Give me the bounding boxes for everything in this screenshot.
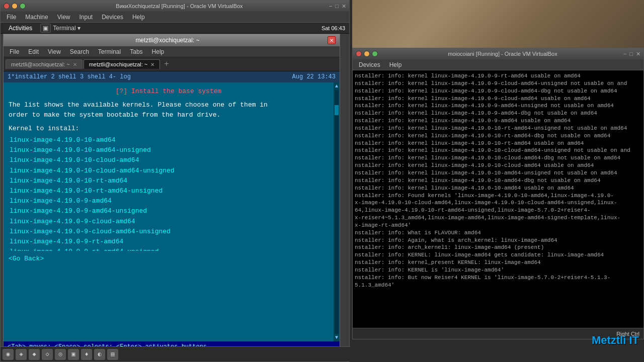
right-maximize-icon[interactable] bbox=[372, 51, 378, 57]
terminal-tab-2[interactable]: metztli@xochiquetzal: ~ ✕ bbox=[84, 59, 160, 69]
log-line: 5.1.3_amd64' bbox=[355, 282, 641, 289]
terminal-app-label[interactable]: ▣ Terminal ▾ bbox=[40, 24, 80, 33]
taskbar-icon-7[interactable]: ♦ bbox=[81, 349, 92, 360]
installer-scrollbar[interactable]: ▲ ▼ bbox=[334, 82, 340, 341]
terminal-tabs-bar: metztli@xochiquetzal: ~ ✕ metztli@xochiq… bbox=[4, 57, 340, 71]
vbox-menubar-right: Devices Help bbox=[353, 59, 643, 70]
log-line: nstaller: info: kernel linux-image-4.19.… bbox=[355, 95, 641, 103]
kernel-item[interactable]: linux-image-4.19.0-9-amd64 bbox=[9, 196, 329, 206]
right-menu-devices[interactable]: Devices bbox=[355, 60, 384, 69]
kernel-item[interactable]: linux-image-4.19.0-10-amd64-unsigned bbox=[9, 145, 329, 155]
log-line: nstaller: info: kernel_present KERNEL: l… bbox=[355, 259, 641, 266]
kernel-item[interactable]: linux-image-4.19.0-10-amd64 bbox=[9, 135, 329, 145]
log-line: nstaller: info: kernel linux-image-4.19.… bbox=[355, 147, 641, 154]
maximize-icon[interactable] bbox=[20, 3, 26, 9]
taskbar-icon-6[interactable]: ▣ bbox=[68, 349, 79, 360]
terminal-menu-file[interactable]: File bbox=[6, 47, 23, 56]
terminal-close-button[interactable]: ✕ bbox=[328, 36, 336, 44]
log-line: nstaller: info: kernel linux-image-4.19.… bbox=[355, 154, 641, 162]
log-line: nstaller: info: But now Reiser4 KERNEL i… bbox=[355, 274, 641, 282]
taskbar-icon-8[interactable]: ◐ bbox=[94, 349, 105, 360]
terminal-status-datetime: Aug 22 13:43 bbox=[292, 73, 336, 80]
terminal-tab-1-close[interactable]: ✕ bbox=[73, 62, 77, 67]
terminal-tab-2-label: metztli@xochiquetzal: ~ bbox=[89, 61, 148, 67]
log-line: nstaller: info: arch_kernel1: linux-imag… bbox=[355, 244, 641, 251]
metztli-watermark: Metztli IT bbox=[592, 334, 639, 347]
kernel-item[interactable]: linux-image-4.19.0-10-rt-amd64 bbox=[9, 176, 329, 186]
terminal-menu-search[interactable]: Search bbox=[66, 47, 93, 56]
vbox-menu-input[interactable]: Input bbox=[75, 13, 97, 22]
terminal-content-area: [?] Install the base system The list sho… bbox=[4, 82, 340, 341]
vbox-titlebar-left: ВикиXochiquetzal [Running] - Oracle VM V… bbox=[1, 1, 349, 12]
installer-desc-line2: order to make the system bootable from t… bbox=[9, 111, 220, 119]
gnome-topbar: Activities ▣ Terminal ▾ Sat 06:43 bbox=[1, 23, 349, 34]
right-minimize-icon[interactable] bbox=[364, 51, 370, 57]
kernel-item[interactable]: linux-image-4.19.0-9-amd64-unsigned bbox=[9, 206, 329, 216]
scrollbar-up-arrow[interactable]: ▲ bbox=[335, 83, 338, 89]
scrollbar-down-arrow[interactable]: ▼ bbox=[335, 335, 338, 340]
terminal-menubar: File Edit View Search Terminal Tabs Help bbox=[4, 46, 340, 57]
log-line: nstaller: info: kernel linux-image-4.19.… bbox=[355, 110, 641, 117]
taskbar-icon-9[interactable]: ▤ bbox=[107, 349, 118, 360]
right-menu-help[interactable]: Help bbox=[385, 60, 406, 69]
right-terminal-log: nstaller: info: kernel linux-image-4.19.… bbox=[353, 70, 643, 328]
terminal-menu-edit[interactable]: Edit bbox=[24, 47, 43, 56]
terminal-add-tab-button[interactable]: + bbox=[161, 60, 172, 69]
vbox-right-btns: − □ ✕ bbox=[623, 51, 640, 57]
terminal-menu-view[interactable]: View bbox=[44, 47, 65, 56]
terminal-app-name[interactable]: Terminal ▾ bbox=[53, 25, 80, 32]
terminal-menu-help[interactable]: Help bbox=[148, 47, 169, 56]
taskbar-icon-1[interactable]: ◉ bbox=[3, 349, 14, 360]
vbox-menu-file[interactable]: File bbox=[3, 13, 20, 22]
terminal-tab-1[interactable]: metztli@xochiquetzal: ~ ✕ bbox=[6, 59, 83, 69]
minimize-icon[interactable] bbox=[12, 3, 18, 9]
taskbar-icon-4[interactable]: ◇ bbox=[42, 349, 53, 360]
log-line: nstaller: info: Again, what is arch_kern… bbox=[355, 237, 641, 244]
kernel-item[interactable]: linux-image-4.19.0-9-rt-amd64-unsigned bbox=[9, 247, 329, 251]
vbox-menu-help[interactable]: Help bbox=[128, 13, 149, 22]
kernel-item[interactable]: linux-image-4.19.0-10-cloud-amd64-unsign… bbox=[9, 166, 329, 176]
log-line: nstaller: info: kernel linux-image-4.19.… bbox=[355, 102, 641, 110]
terminal-tab-2-close[interactable]: ✕ bbox=[150, 62, 154, 67]
close-icon[interactable] bbox=[4, 3, 10, 9]
right-vbox-minimize[interactable]: − bbox=[623, 51, 626, 57]
vbox-close-btn[interactable]: ✕ bbox=[342, 3, 346, 10]
log-line: nstaller: info: kernel linux-image-4.19.… bbox=[355, 177, 641, 185]
vbox-minimize-btn[interactable]: − bbox=[329, 3, 332, 10]
scrollbar-thumb[interactable] bbox=[335, 105, 339, 115]
log-line: x-image-rt-amd64' bbox=[355, 222, 641, 229]
log-line: nstaller: info: kernel linux-image-4.19.… bbox=[355, 169, 641, 177]
installer-desc-line1: The list shows the available kernels. Pl… bbox=[9, 101, 268, 109]
vbox-maximize-btn[interactable]: □ bbox=[335, 3, 339, 10]
log-line: nstaller: info: kernel linux-image-4.19.… bbox=[355, 185, 641, 192]
terminal-icon: ▣ bbox=[40, 24, 51, 33]
terminal-status-text: 1*installer 2 shell 3 shell 4- log bbox=[8, 73, 131, 80]
vbox-menu-view[interactable]: View bbox=[53, 13, 74, 22]
terminal-menu-terminal[interactable]: Terminal bbox=[94, 47, 125, 56]
kernel-item[interactable]: linux-image-4.19.0-9-rt-amd64 bbox=[9, 237, 329, 247]
vbox-menu-machine[interactable]: Machine bbox=[21, 13, 52, 22]
right-vbox-close[interactable]: ✕ bbox=[636, 51, 640, 57]
kernel-item[interactable]: linux-image-4.19.0-10-cloud-amd64 bbox=[9, 155, 329, 165]
kernel-item[interactable]: linux-image-4.19.0-10-rt-amd64-unsigned bbox=[9, 186, 329, 196]
terminal-status-bar: 1*installer 2 shell 3 shell 4- log Aug 2… bbox=[4, 71, 340, 82]
taskbar-icon-3[interactable]: ◆ bbox=[29, 349, 40, 360]
taskbar-icon-2[interactable]: ◈ bbox=[16, 349, 27, 360]
activities-button[interactable]: Activities bbox=[5, 24, 36, 33]
kernel-item[interactable]: linux-image-4.19.0-9-cloud-amd64-unsigne… bbox=[9, 227, 329, 237]
taskbar-icon-5[interactable]: ◎ bbox=[55, 349, 66, 360]
right-vbox-maximize[interactable]: □ bbox=[629, 51, 633, 57]
go-back-button[interactable]: <Go Back> bbox=[9, 255, 329, 262]
vbox-window-buttons: − □ ✕ bbox=[329, 3, 346, 10]
installer-description: The list shows the available kernels. Pl… bbox=[9, 100, 329, 120]
terminal-tab-1-label: metztli@xochiquetzal: ~ bbox=[11, 61, 70, 67]
log-line: nstaller: info: kernel linux-image-4.19.… bbox=[355, 125, 641, 132]
vbox-menu-devices[interactable]: Devices bbox=[98, 13, 127, 22]
log-line: x-image-4.19.0-10-cloud-amd64,linux-imag… bbox=[355, 199, 641, 207]
right-close-icon[interactable] bbox=[356, 51, 362, 57]
terminal-menu-tabs[interactable]: Tabs bbox=[126, 47, 146, 56]
kernel-item[interactable]: linux-image-4.19.0-9-cloud-amd64 bbox=[9, 217, 329, 227]
log-line: x-reiser4~5.1.3_amd64,linux-image-amd64,… bbox=[355, 214, 641, 222]
vbox-right-window-controls bbox=[356, 51, 378, 57]
vbox-window-left: ВикиXochiquetzal [Running] - Oracle VM V… bbox=[0, 0, 350, 362]
